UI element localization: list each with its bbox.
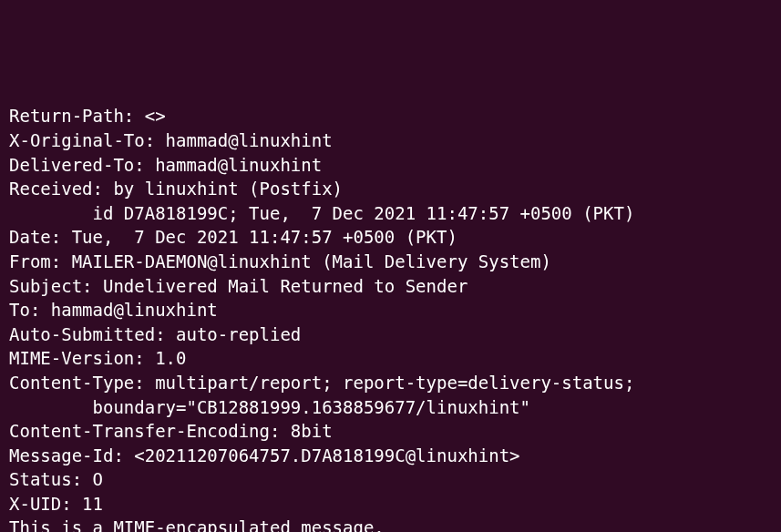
mail-header-line: Return-Path: <> xyxy=(9,104,772,128)
mail-header-line: Subject: Undelivered Mail Returned to Se… xyxy=(9,274,772,299)
mail-header-line: Delivered-To: hammad@linuxhint xyxy=(9,153,772,178)
mail-header-line: id D7A818199C; Tue, 7 Dec 2021 11:47:57 … xyxy=(9,201,772,226)
mail-header-line: MIME-Version: 1.0 xyxy=(9,346,772,371)
mail-header-line: Date: Tue, 7 Dec 2021 11:47:57 +0500 (PK… xyxy=(9,225,772,250)
mail-header-line: Status: O xyxy=(9,467,772,492)
mail-header-line: From: MAILER-DAEMON@linuxhint (Mail Deli… xyxy=(9,250,772,274)
terminal-output: Return-Path: <>X-Original-To: hammad@lin… xyxy=(9,104,772,532)
mail-header-line: Message-Id: <20211207064757.D7A818199C@l… xyxy=(9,444,772,468)
mail-header-line: boundary="CB12881999.1638859677/linuxhin… xyxy=(9,395,772,420)
mail-header-line: Content-Transfer-Encoding: 8bit xyxy=(9,419,772,444)
mail-header-line: Content-Type: multipart/report; report-t… xyxy=(9,371,772,395)
mail-header-line: Received: by linuxhint (Postfix) xyxy=(9,177,772,201)
mail-header-line: To: hammad@linuxhint xyxy=(9,298,772,322)
mail-header-line: Auto-Submitted: auto-replied xyxy=(9,322,772,347)
mail-header-line: X-UID: 11 xyxy=(9,492,772,517)
mail-body-line: This is a MIME-encapsulated message. xyxy=(9,516,772,532)
mail-header-line: X-Original-To: hammad@linuxhint xyxy=(9,128,772,153)
